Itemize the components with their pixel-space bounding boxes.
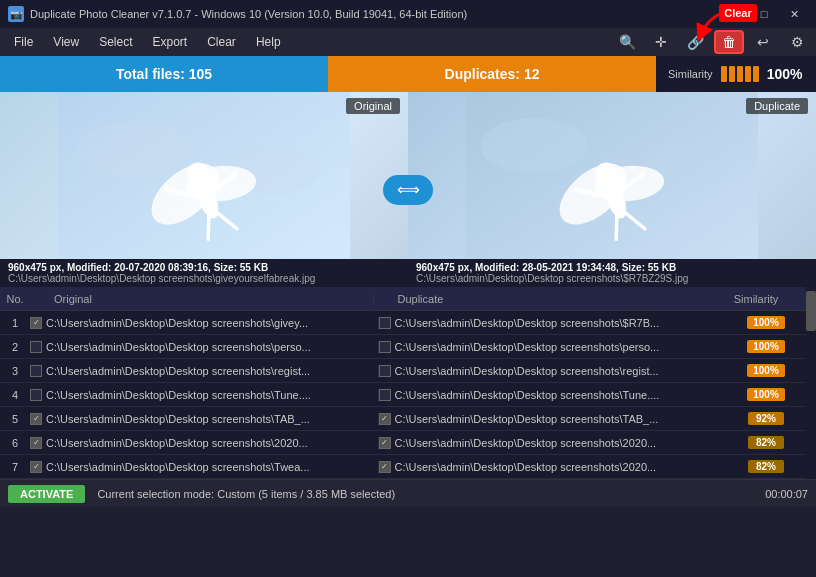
table-row: 2 C:\Users\admin\Desktop\Desktop screens… <box>0 335 806 359</box>
menu-icons: 🔍 ✛ 🔗 🗑 ↩ ⚙ <box>612 30 812 54</box>
svg-point-15 <box>480 118 587 173</box>
row-duplicate[interactable]: C:\Users\admin\Desktop\Desktop screensho… <box>378 389 727 401</box>
title-bar-left: 📷 Duplicate Photo Cleaner v7.1.0.7 - Win… <box>8 6 467 22</box>
original-checkbox[interactable] <box>30 365 42 377</box>
settings-icon-button[interactable]: ⚙ <box>782 30 812 54</box>
similarity-bars <box>721 66 759 82</box>
undo-icon-button[interactable]: ↩ <box>748 30 778 54</box>
row-original[interactable]: C:\Users\admin\Desktop\Desktop screensho… <box>30 341 378 353</box>
original-checkbox[interactable] <box>30 461 42 473</box>
delete-icon-button[interactable]: 🗑 <box>714 30 744 54</box>
similarity-badge: 100% <box>747 364 785 377</box>
table-row: 5 C:\Users\admin\Desktop\Desktop screens… <box>0 407 806 431</box>
duplicate-path: C:\Users\admin\Desktop\Desktop screensho… <box>395 365 659 377</box>
table-row: 6 C:\Users\admin\Desktop\Desktop screens… <box>0 431 806 455</box>
table-row: 4 C:\Users\admin\Desktop\Desktop screens… <box>0 383 806 407</box>
table-area: No. Original Duplicate Similarity 1 C:\U… <box>0 287 816 479</box>
row-original[interactable]: C:\Users\admin\Desktop\Desktop screensho… <box>30 413 378 425</box>
timer-text: 00:00:07 <box>765 488 808 500</box>
original-path: C:\Users\admin\Desktop\Desktop screensho… <box>46 413 310 425</box>
row-original[interactable]: C:\Users\admin\Desktop\Desktop screensho… <box>30 317 378 329</box>
menu-export[interactable]: Export <box>143 31 198 53</box>
sim-bar-2 <box>729 66 735 82</box>
duplicate-checkbox[interactable] <box>379 389 391 401</box>
row-similarity: 92% <box>726 407 806 431</box>
row-original[interactable]: C:\Users\admin\Desktop\Desktop screensho… <box>30 365 378 377</box>
row-original[interactable]: C:\Users\admin\Desktop\Desktop screensho… <box>30 389 378 401</box>
duplicate-panel: Duplicate <box>408 92 816 287</box>
close-button[interactable]: ✕ <box>780 4 808 24</box>
row-original[interactable]: C:\Users\admin\Desktop\Desktop screensho… <box>30 461 378 473</box>
duplicate-info-path: C:\Users\admin\Desktop\Desktop screensho… <box>416 273 808 284</box>
title-text: Duplicate Photo Cleaner v7.1.0.7 - Windo… <box>30 8 467 20</box>
original-image <box>0 92 408 287</box>
original-checkbox[interactable] <box>30 389 42 401</box>
menu-view[interactable]: View <box>43 31 89 53</box>
swap-icon[interactable]: ⟺ <box>383 175 433 205</box>
col-header-similarity: Similarity <box>716 293 796 305</box>
row-similarity: 100% <box>726 359 806 383</box>
table-body: 1 C:\Users\admin\Desktop\Desktop screens… <box>0 311 806 479</box>
duplicate-checkbox[interactable] <box>379 317 391 329</box>
original-panel: Original <box>0 92 408 287</box>
row-duplicate[interactable]: C:\Users\admin\Desktop\Desktop screensho… <box>378 437 727 449</box>
table-scrollbar[interactable] <box>806 287 816 479</box>
duplicate-path: C:\Users\admin\Desktop\Desktop screensho… <box>395 413 659 425</box>
duplicate-path: C:\Users\admin\Desktop\Desktop screensho… <box>395 341 660 353</box>
row-no: 1 <box>0 317 30 329</box>
duplicate-checkbox[interactable] <box>379 413 391 425</box>
stats-bar: Total files: 105 Duplicates: 12 Similari… <box>0 56 816 92</box>
table-row: 3 C:\Users\admin\Desktop\Desktop screens… <box>0 359 806 383</box>
original-info-path: C:\Users\admin\Desktop\Desktop screensho… <box>8 273 400 284</box>
original-checkbox[interactable] <box>30 437 42 449</box>
duplicate-checkbox[interactable] <box>379 365 391 377</box>
row-original[interactable]: C:\Users\admin\Desktop\Desktop screensho… <box>30 437 378 449</box>
row-no: 2 <box>0 341 30 353</box>
original-info-size: 960x475 px, Modified: 20-07-2020 08:39:1… <box>8 262 400 273</box>
row-no: 6 <box>0 437 30 449</box>
row-duplicate[interactable]: C:\Users\admin\Desktop\Desktop screensho… <box>378 317 727 329</box>
duplicate-path: C:\Users\admin\Desktop\Desktop screensho… <box>395 317 660 329</box>
similarity-badge: 100% <box>747 316 785 329</box>
row-similarity: 82% <box>726 431 806 455</box>
svg-point-4 <box>77 121 194 180</box>
link-icon-button[interactable]: 🔗 <box>680 30 710 54</box>
move-icon-button[interactable]: ✛ <box>646 30 676 54</box>
search-icon-button[interactable]: 🔍 <box>612 30 642 54</box>
original-checkbox[interactable] <box>30 413 42 425</box>
row-no: 5 <box>0 413 30 425</box>
duplicate-image <box>408 92 816 287</box>
sim-bar-4 <box>745 66 751 82</box>
app-icon: 📷 <box>8 6 24 22</box>
image-area: Original <box>0 92 816 287</box>
row-similarity: 100% <box>726 335 806 359</box>
scrollbar-thumb[interactable] <box>806 291 816 331</box>
duplicate-path: C:\Users\admin\Desktop\Desktop screensho… <box>395 437 657 449</box>
duplicate-info-size: 960x475 px, Modified: 28-05-2021 19:34:4… <box>416 262 808 273</box>
row-duplicate[interactable]: C:\Users\admin\Desktop\Desktop screensho… <box>378 341 727 353</box>
similarity-pct: 100% <box>767 66 803 82</box>
menu-clear[interactable]: Clear <box>197 31 246 53</box>
similarity-badge: 82% <box>748 460 784 473</box>
activate-button[interactable]: ACTIVATE <box>8 485 85 503</box>
duplicate-checkbox[interactable] <box>379 341 391 353</box>
duplicate-label: Duplicate <box>746 98 808 114</box>
maximize-button[interactable]: □ <box>750 4 778 24</box>
menu-help[interactable]: Help <box>246 31 291 53</box>
row-duplicate[interactable]: C:\Users\admin\Desktop\Desktop screensho… <box>378 365 727 377</box>
table-container: No. Original Duplicate Similarity 1 C:\U… <box>0 287 816 479</box>
original-checkbox[interactable] <box>30 317 42 329</box>
menu-file[interactable]: File <box>4 31 43 53</box>
menu-select[interactable]: Select <box>89 31 142 53</box>
menu-bar: File View Select Export Clear Help 🔍 ✛ 🔗… <box>0 28 816 56</box>
duplicate-checkbox[interactable] <box>379 461 391 473</box>
original-info: 960x475 px, Modified: 20-07-2020 08:39:1… <box>0 259 408 287</box>
table-row: 7 C:\Users\admin\Desktop\Desktop screens… <box>0 455 806 479</box>
row-no: 3 <box>0 365 30 377</box>
duplicate-checkbox[interactable] <box>379 437 391 449</box>
row-duplicate[interactable]: C:\Users\admin\Desktop\Desktop screensho… <box>378 461 727 473</box>
row-similarity: 100% <box>726 311 806 335</box>
row-duplicate[interactable]: C:\Users\admin\Desktop\Desktop screensho… <box>378 413 727 425</box>
original-checkbox[interactable] <box>30 341 42 353</box>
minimize-button[interactable]: — <box>720 4 748 24</box>
